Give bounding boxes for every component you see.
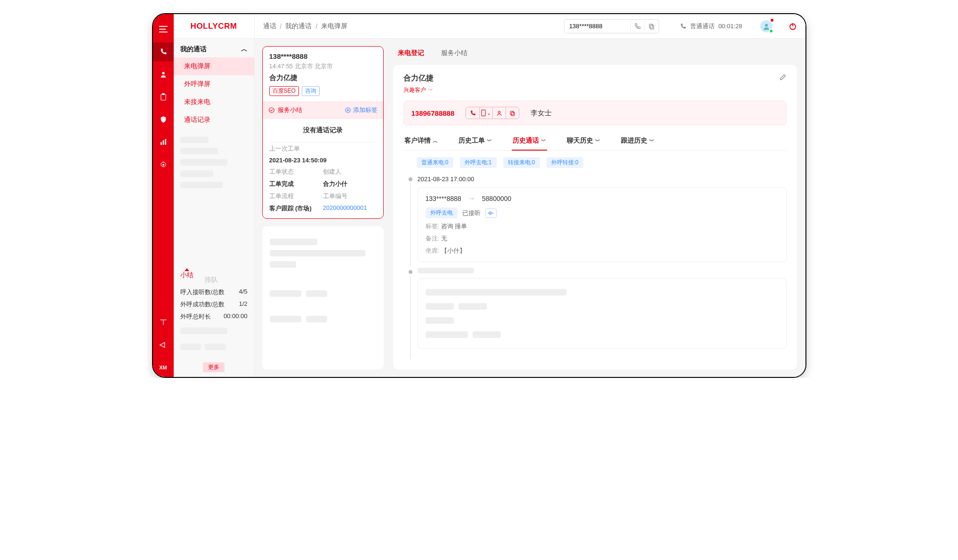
- subtab-orders[interactable]: 历史工单﹀: [458, 134, 493, 151]
- mobile-action-icon[interactable]: ⌄: [479, 107, 492, 119]
- subtab-detail[interactable]: 客户详情︿: [403, 134, 439, 151]
- nav-item-log[interactable]: 通话记录: [174, 111, 254, 129]
- service-summary-label[interactable]: 服务小结: [278, 106, 302, 114]
- subtab-calls[interactable]: 历史通话﹀: [512, 134, 547, 151]
- gear-icon[interactable]: [153, 155, 174, 174]
- waveform-icon[interactable]: [485, 208, 497, 218]
- sidebar: HOLLYCRM 我的通话 ︿ 来电弹屏 外呼弹屏 未接来电 通话记录 小结 排…: [174, 14, 255, 377]
- order-done-value: 工单完成: [269, 180, 323, 188]
- search-input[interactable]: [564, 20, 630, 33]
- book-icon[interactable]: [153, 313, 174, 332]
- svg-rect-6: [161, 142, 162, 145]
- chart-icon[interactable]: [153, 133, 174, 152]
- crumb-incoming[interactable]: 来电弹屏: [321, 22, 347, 31]
- subtab-chats[interactable]: 聊天历史﹀: [566, 134, 601, 151]
- call-entry[interactable]: 133****8888 → 58800000 外呼去电 已接听: [418, 187, 787, 262]
- chip-outbound[interactable]: 外呼去电:1: [460, 157, 497, 168]
- shield-icon[interactable]: [153, 110, 174, 129]
- caller-time-location: 14:47:55 北京市 北京市: [269, 62, 377, 71]
- agent-label: 坐席:: [426, 247, 440, 254]
- topbar: 通话 / 我的通话 / 来电弹屏 普通通话: [255, 14, 805, 39]
- detail-panel: 合力亿捷 兴趣客户 ﹀ 13896788888: [393, 65, 797, 369]
- menu-icon[interactable]: [153, 20, 174, 39]
- breadcrumb-sep: /: [280, 23, 282, 30]
- add-tag-label: 添加标签: [353, 106, 378, 114]
- nav-group-mycalls[interactable]: 我的通话 ︿: [174, 41, 254, 57]
- customer-track-value: 客户跟踪 (市场): [269, 204, 323, 213]
- xm-label[interactable]: XM: [153, 358, 174, 377]
- mini-tab-queue[interactable]: 排队: [205, 276, 218, 284]
- chip-transfer-in[interactable]: 转接来电:0: [503, 157, 540, 168]
- sidebar-stats: 呼入接听数/总数4/5 外呼成功数/总数1/2 外呼总时长00:00:00: [174, 286, 254, 360]
- nav-item-outbound-popup[interactable]: 外呼弹屏: [174, 75, 254, 93]
- order-id-label: 工单编号: [323, 192, 377, 200]
- svg-point-20: [499, 111, 500, 113]
- svg-rect-10: [650, 24, 653, 28]
- edit-icon[interactable]: [779, 73, 787, 81]
- chevron-down-icon: ﹀: [649, 137, 654, 144]
- company-title: 合力亿捷: [403, 73, 434, 83]
- tab-service-summary[interactable]: 服务小结: [439, 46, 469, 60]
- stat-outbound-value: 1/2: [239, 300, 247, 309]
- add-tag-button[interactable]: 添加标签: [345, 106, 378, 114]
- brand-logo: HOLLYCRM: [174, 14, 254, 39]
- tags-value: 咨询 撞单: [441, 223, 467, 230]
- user-action-icon[interactable]: [492, 107, 506, 119]
- tag-consult[interactable]: 咨询: [302, 86, 320, 96]
- tag-seo[interactable]: 百度SEO: [269, 86, 299, 96]
- stat-inbound-label: 呼入接听数/总数: [180, 288, 225, 296]
- status-online-dot: [769, 29, 773, 33]
- creator-value: 合力小什: [323, 180, 347, 188]
- timeline-timestamp: 2021-08-23 17:00:00: [418, 176, 787, 183]
- call-answered-label: 已接听: [462, 209, 481, 217]
- user-icon[interactable]: [153, 65, 174, 84]
- subtab-follow[interactable]: 跟进历史﹀: [620, 134, 655, 151]
- copy-icon[interactable]: [644, 20, 659, 33]
- contact-phone: 13896788888: [411, 109, 455, 117]
- svg-point-3: [162, 72, 164, 74]
- svg-rect-19: [482, 110, 485, 116]
- stat-duration-label: 外呼总时长: [180, 312, 211, 321]
- last-order-label: 上一次工单: [269, 144, 300, 153]
- power-icon[interactable]: [789, 22, 797, 31]
- order-id-link[interactable]: 2020000000001: [323, 204, 367, 213]
- clipboard-icon[interactable]: [153, 88, 174, 106]
- more-button[interactable]: 更多: [203, 362, 225, 372]
- call-direction-badge: 外呼去电: [426, 208, 458, 218]
- nav-item-incoming-popup[interactable]: 来电弹屏: [174, 57, 254, 75]
- announce-icon[interactable]: [153, 336, 174, 354]
- interest-customer-label[interactable]: 兴趣客户: [403, 86, 426, 94]
- svg-point-15: [269, 108, 274, 113]
- note-label: 备注:: [426, 235, 440, 242]
- crumb-calls[interactable]: 通话: [263, 22, 276, 31]
- note-value: 无: [441, 235, 447, 242]
- nav-rail: XM: [153, 14, 174, 377]
- call-from: 133****8888: [426, 195, 461, 202]
- crumb-mycalls[interactable]: 我的通话: [285, 22, 312, 31]
- tab-incoming-register[interactable]: 来电登记: [396, 46, 426, 60]
- last-order-time: 2021-08-23 14:50:09: [269, 157, 327, 164]
- chevron-down-icon: ﹀: [487, 137, 492, 144]
- mini-tab-summary[interactable]: 小结: [180, 276, 193, 284]
- svg-rect-22: [512, 112, 515, 116]
- contact-actions: ⌄: [466, 107, 519, 119]
- agent-value: 【小什】: [441, 247, 466, 254]
- copy-action-icon[interactable]: [506, 107, 519, 119]
- svg-rect-7: [162, 140, 164, 145]
- call-icon[interactable]: [630, 20, 644, 33]
- chip-transfer-out[interactable]: 外呼转接:0: [547, 157, 583, 168]
- placeholder-card: [262, 226, 384, 369]
- call-status-timer: 00:01:28: [718, 23, 742, 30]
- nav-item-missed[interactable]: 未接来电: [174, 93, 254, 111]
- placeholder-entry: [418, 278, 787, 349]
- chip-inbound[interactable]: 普通来电:0: [417, 157, 453, 168]
- breadcrumb-sep: /: [315, 23, 317, 30]
- order-status-label: 工单状态: [269, 168, 323, 176]
- arrow-right-icon: →: [468, 194, 475, 203]
- svg-point-9: [162, 164, 164, 166]
- phone-icon[interactable]: [153, 42, 174, 61]
- chevron-down-icon: ﹀: [595, 137, 600, 144]
- mini-tab-summary-label: 小结: [180, 271, 193, 279]
- call-action-icon[interactable]: [466, 107, 479, 119]
- avatar[interactable]: [760, 20, 773, 32]
